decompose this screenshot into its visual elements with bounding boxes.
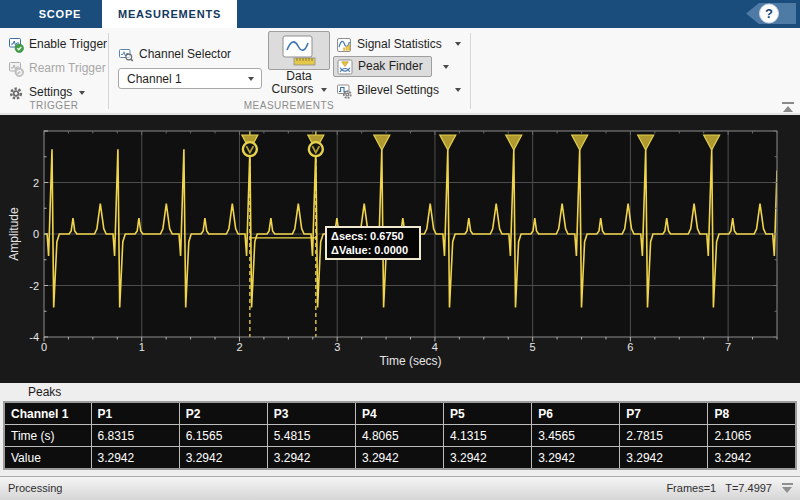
data-cursors-label-line2: Cursors (268, 83, 330, 96)
peaks-value-cell: 3.2942 (267, 447, 355, 470)
x-tick-label: 7 (725, 341, 731, 353)
collapse-bar-icon (782, 102, 794, 104)
peaks-value-cell: 6.1565 (179, 425, 267, 447)
peaks-table-header-cell: P4 (355, 402, 443, 425)
data-cursors-icon (279, 34, 319, 68)
peaks-panel: Peaks Channel 1P1P2P3P4P5P6P7P8Time (s)6… (0, 383, 800, 476)
cursor-delta-secs: Δsecs: 0.6750 (331, 229, 415, 243)
x-axis-label: Time (secs) (44, 354, 777, 368)
chevron-down-icon (248, 77, 254, 81)
peaks-table: Channel 1P1P2P3P4P5P6P7P8Time (s)6.83156… (3, 401, 797, 470)
peaks-value-cell: 3.2942 (355, 447, 443, 470)
channel-selector-label: Channel Selector (139, 47, 231, 61)
signal-statistics-button[interactable]: Signal Statistics (336, 36, 442, 53)
status-bar: Processing Frames=1T=7.4997 (0, 476, 800, 500)
y-tick-label: 0 (33, 228, 39, 240)
tab-measurements[interactable]: MEASUREMENTS (102, 0, 237, 28)
signal-statistics-label: Signal Statistics (357, 37, 442, 51)
chevron-down-icon (321, 88, 327, 92)
chevron-down-icon (79, 91, 85, 95)
rearm-trigger-icon (8, 61, 24, 77)
scope-window: SCOPE MEASUREMENTS ? Enable Trigger (0, 0, 800, 500)
bilevel-settings-button[interactable]: Bilevel Settings (336, 82, 439, 99)
y-tick-label: 2 (33, 177, 39, 189)
peaks-value-cell: 3.2942 (532, 447, 620, 470)
triangle-up-icon (783, 106, 793, 112)
x-tick-label: 2 (236, 341, 242, 353)
peaks-value-cell: 4.1315 (444, 425, 532, 447)
peak-finder-label: Peak Finder (358, 59, 423, 73)
peaks-value-cell: 2.1065 (708, 425, 796, 447)
trigger-indicator-icon (781, 483, 793, 493)
help-tag-shape: ? (744, 1, 798, 27)
x-tick-label: 6 (627, 341, 633, 353)
peaks-table-header-row: Channel 1P1P2P3P4P5P6P7P8 (4, 402, 796, 425)
enable-trigger-label: Enable Trigger (29, 37, 107, 51)
table-row: Time (s)6.83156.15655.48154.80654.13153.… (4, 425, 796, 447)
collapse-toolstrip-button[interactable] (780, 102, 796, 112)
channel-dropdown[interactable]: Channel 1 (118, 68, 262, 89)
peaks-table-header-cell: P7 (620, 402, 708, 425)
rearm-trigger-button: Rearm Trigger (8, 60, 106, 77)
signal-statistics-icon (336, 37, 352, 53)
toolbar-separator (108, 33, 109, 109)
peaks-row-label: Value (4, 447, 91, 470)
peaks-value-cell: 4.8065 (355, 425, 443, 447)
peaks-value-cell: 2.7815 (620, 425, 708, 447)
y-tick-label: -2 (29, 280, 39, 292)
y-axis-label: Amplitude (7, 174, 21, 294)
x-tick-label: 4 (432, 341, 438, 353)
x-tick-label: 0 (41, 341, 47, 353)
enable-trigger-icon (8, 37, 24, 53)
peaks-table-header-cell: P6 (532, 402, 620, 425)
status-frames: Frames=1 (666, 482, 716, 494)
peaks-value-cell: 3.2942 (708, 447, 796, 470)
enable-trigger-button[interactable]: Enable Trigger (8, 36, 107, 53)
peaks-table-header-cell: Channel 1 (4, 402, 91, 425)
peaks-value-cell: 6.8315 (91, 425, 179, 447)
peaks-value-cell: 3.4565 (532, 425, 620, 447)
peaks-table-header-cell: P8 (708, 402, 796, 425)
channel-selector-button[interactable]: Channel Selector (118, 46, 231, 63)
peaks-table-header-cell: P1 (91, 402, 179, 425)
status-message: Processing (8, 477, 62, 500)
measurements-group-label: MEASUREMENTS (108, 100, 470, 111)
signal-statistics-dropdown[interactable] (455, 42, 461, 46)
x-tick-label: 3 (334, 341, 340, 353)
peak-finder-dropdown[interactable] (443, 65, 449, 69)
tab-scope[interactable]: SCOPE (24, 0, 96, 28)
scope-display: 01234567-4-202 Amplitude Time (secs) Δse… (0, 115, 800, 383)
peaks-value-cell: 3.2942 (444, 447, 532, 470)
bilevel-settings-icon (336, 83, 352, 99)
toolbar-separator (470, 33, 471, 109)
rearm-trigger-label: Rearm Trigger (29, 61, 106, 75)
channel-dropdown-value: Channel 1 (127, 72, 182, 86)
help-button[interactable]: ? (744, 1, 798, 31)
table-row: Value3.29423.29423.29423.29423.29423.294… (4, 447, 796, 470)
gear-icon (8, 85, 24, 101)
x-tick-label: 5 (530, 341, 536, 353)
peaks-value-cell: 5.4815 (267, 425, 355, 447)
peak-finder-button[interactable]: Peak Finder (333, 56, 432, 77)
bilevel-settings-dropdown[interactable] (455, 88, 461, 92)
status-time: T=7.4997 (725, 482, 772, 494)
peaks-value-cell: 3.2942 (91, 447, 179, 470)
peaks-panel-title: Peaks (28, 385, 61, 399)
peaks-row-label: Time (s) (4, 425, 91, 447)
cursor-readout-box[interactable]: Δsecs: 0.6750 ΔValue: 0.0000 (325, 226, 421, 260)
y-tick-label: -4 (29, 331, 39, 343)
status-counters: Frames=1T=7.4997 (657, 477, 772, 500)
peaks-table-header-cell: P2 (179, 402, 267, 425)
trigger-settings-label: Settings (29, 85, 72, 99)
peak-finder-icon (337, 59, 353, 75)
channel-selector-icon (118, 47, 134, 63)
question-mark-icon: ? (765, 6, 773, 21)
tab-bar: SCOPE MEASUREMENTS ? (0, 0, 800, 28)
bilevel-settings-label: Bilevel Settings (357, 83, 439, 97)
data-cursors-button[interactable] (268, 31, 330, 70)
toolstrip: Enable Trigger Rearm Trigger Settings TR… (0, 28, 800, 114)
peaks-table-header-cell: P3 (267, 402, 355, 425)
trigger-settings-button[interactable]: Settings (8, 84, 85, 101)
x-tick-label: 1 (139, 341, 145, 353)
peaks-value-cell: 3.2942 (179, 447, 267, 470)
